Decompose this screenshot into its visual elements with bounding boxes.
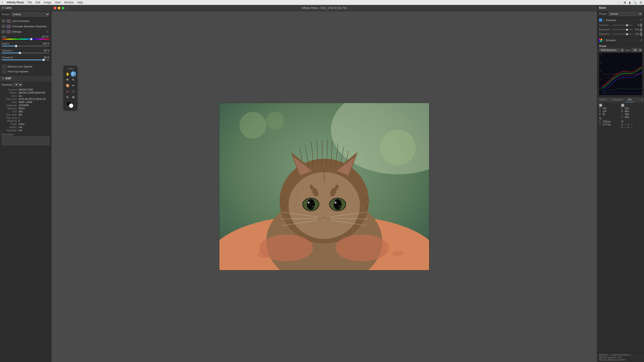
lens-correction-row[interactable]: Lens Correction [2, 18, 50, 24]
tool-eye[interactable]: 👁 [65, 77, 70, 82]
app-name: Affinity Photo [6, 1, 24, 4]
tools-panel: Tools ✋ 🔍 👁 ✎ 🎨 ✏ ● □ ✎ ⚙ [64, 66, 77, 110]
exif-exposure-key: Exposure [2, 104, 18, 107]
exif-author-val: n/a [18, 126, 22, 128]
app-container: Lens Preset: Default Lens Correction [0, 5, 322, 181]
remove-vignette-row[interactable]: Remove Lens Vignette [2, 64, 50, 69]
exif-iso-key: ISO [2, 110, 18, 113]
threshold-track[interactable] [2, 59, 50, 60]
tool-pencil[interactable]: ✎ [71, 77, 76, 82]
exif-copyright-key: Copyright [2, 129, 18, 132]
tool-selection[interactable]: □ [71, 89, 76, 94]
exif-expbias-key: Exp. bias [2, 113, 18, 116]
minimize-button[interactable] [58, 7, 60, 9]
exif-aperture-key: Aperture [2, 107, 18, 110]
window-title-bar: Affinity Photo – DSC_3782.tif (34.7%) [52, 5, 322, 11]
exif-camera-val: NIKON D300 [18, 88, 33, 91]
apple-menu[interactable]:  [2, 1, 3, 4]
defringe-checkbox[interactable]: ✓ [2, 30, 5, 33]
lens-correction-checkbox[interactable] [2, 19, 5, 22]
tool-eraser[interactable]: ✏ [71, 83, 76, 88]
tool-healing[interactable]: ● [65, 89, 70, 94]
tools-title: Tools [65, 67, 76, 70]
chromatic-label: Chromatic Aberration Reduction [12, 25, 47, 28]
tolerance-value[interactable]: 50 % [39, 49, 50, 52]
menu-help[interactable]: Help [77, 1, 83, 4]
hue-thumb[interactable] [30, 38, 32, 40]
lens-title: Lens [5, 6, 12, 9]
threshold-thumb[interactable] [42, 59, 45, 61]
exif-summary-select[interactable]: ▼ [13, 83, 22, 87]
exif-desc-box[interactable] [2, 136, 50, 145]
cat-image [219, 103, 322, 181]
background-color[interactable] [69, 103, 73, 108]
exif-expbias-val: 0/6 [18, 113, 22, 116]
tool-paint[interactable]: 🎨 [65, 83, 70, 88]
menu-image[interactable]: Image [44, 1, 51, 4]
window-controls [54, 7, 64, 9]
menu-file[interactable]: File [28, 1, 32, 4]
post-crop-row[interactable]: Post Crop Vignette [2, 69, 50, 74]
chromatic-checkbox[interactable] [2, 25, 5, 28]
exif-desc-label: Description [2, 133, 50, 136]
radius-track[interactable] [2, 45, 50, 46]
tool-zoom[interactable]: 🔍 [71, 71, 76, 77]
lens-correction-label: Lens Correction [12, 20, 30, 22]
exif-metering-key: Metering [2, 120, 18, 122]
exif-toggle[interactable] [2, 77, 4, 79]
chromatic-aberration-row[interactable]: Chromatic Aberration Reduction [2, 24, 50, 29]
exif-panel: EXIF Summary ▼ CameraNIKON D300 MakerNIK… [0, 75, 51, 181]
exif-expprog-val: 1 [18, 116, 20, 119]
menu-view[interactable]: View [55, 1, 60, 4]
exif-maker-val: NIKON CORPORATION [18, 91, 45, 94]
exif-camera-key: Camera [2, 88, 18, 91]
menu-edit[interactable]: Edit [36, 1, 40, 4]
defringe-reset[interactable]: ↺ [46, 30, 50, 33]
menu-window[interactable]: Window [64, 1, 74, 4]
canvas-wrapper[interactable]: Tools ✋ 🔍 👁 ✎ 🎨 ✏ ● □ ✎ ⚙ [52, 11, 322, 181]
threshold-label: Threshold [2, 56, 13, 59]
defringe-label: Defringe [12, 30, 22, 33]
radius-thumb[interactable] [15, 45, 17, 47]
lens-correction-icon [6, 19, 11, 23]
exif-maker-key: Maker [2, 91, 18, 94]
exif-summary-label: Summary [2, 83, 12, 86]
exif-title: EXIF [5, 77, 12, 80]
tolerance-thumb[interactable] [19, 52, 21, 54]
window-title: Affinity Photo – DSC_3782.tif (34.7%) [302, 6, 322, 9]
tolerance-label: Tolerance [2, 49, 12, 52]
post-crop-icon [2, 70, 6, 73]
tolerance-track[interactable] [2, 52, 50, 53]
exif-flash-val: False [18, 123, 24, 125]
exif-aperture-val: 56/10 [18, 107, 25, 110]
exif-author-key: Author [2, 126, 18, 128]
radius-value[interactable]: 100 % [39, 42, 50, 45]
lens-preset-select[interactable]: Default [11, 12, 50, 16]
close-button[interactable] [54, 7, 56, 9]
maximize-button[interactable] [62, 7, 64, 9]
post-crop-label: Post Crop Vignette [8, 70, 28, 73]
canvas-area: Affinity Photo – DSC_3782.tif (34.7%) [52, 5, 322, 181]
exif-flash-key: Flash [2, 123, 18, 125]
tool-hand[interactable]: ✋ [65, 71, 70, 77]
hue-value[interactable]: 237.6 ° [39, 35, 50, 38]
radius-label: Radius [2, 42, 10, 45]
defringe-row[interactable]: ✓ Defringe ↺ [2, 29, 50, 34]
tool-vector[interactable]: ✎ [65, 94, 70, 100]
threshold-value[interactable]: 95 % [39, 56, 50, 59]
exif-table: CameraNIKON D300 MakerNIKON CORPORATION … [2, 88, 50, 132]
chromatic-icon [6, 24, 11, 28]
exif-lens-key: Lens [2, 94, 18, 97]
hue-track[interactable] [2, 39, 50, 39]
lens-panel-header: Lens [0, 5, 51, 11]
exif-copyright-val: n/a [18, 129, 22, 132]
exif-iso-val: 640 [18, 110, 22, 113]
exif-size-key: Size [2, 101, 18, 103]
exif-dateshot-val: 2013-04-28T12:48:01.25 [18, 98, 46, 100]
lens-toggle[interactable] [2, 7, 4, 9]
exif-lens-val: n/a [18, 94, 22, 97]
exif-dateshot-key: Date shot [2, 98, 18, 100]
tool-crop[interactable]: ⚙ [71, 94, 76, 100]
exif-expprog-key: Exp. prog [2, 116, 18, 119]
defringe-icon [6, 30, 11, 33]
